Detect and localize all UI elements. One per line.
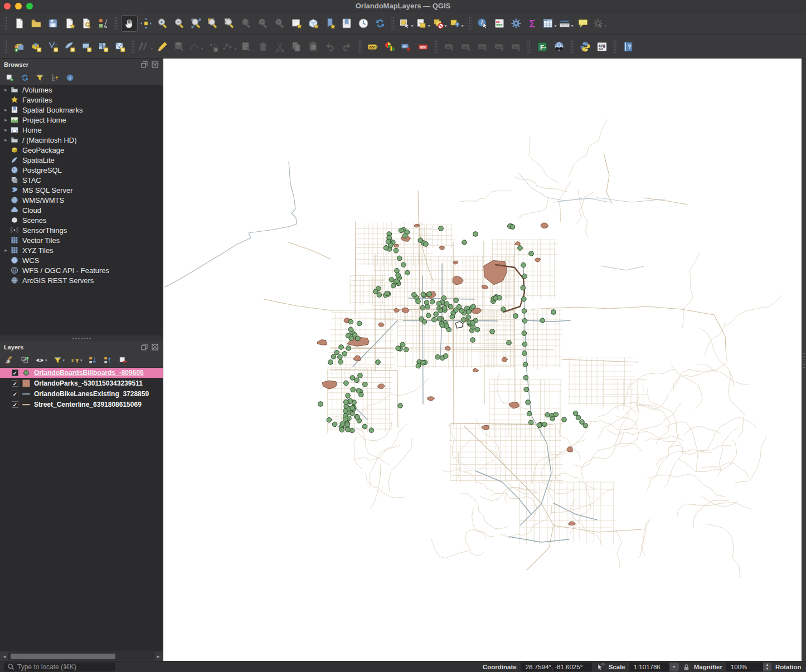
zoom-last-button[interactable] [255, 15, 271, 32]
copy-features-button[interactable] [288, 38, 305, 55]
new-3d-map-view-button[interactable] [305, 15, 322, 32]
remove-layer-button[interactable] [118, 356, 128, 365]
manage-map-themes-button[interactable]: ▾ [35, 356, 47, 365]
close-window-button[interactable] [4, 3, 11, 9]
scale-dropdown-icon[interactable]: ▾ [669, 663, 679, 671]
change-label-properties-button[interactable]: abc [508, 38, 525, 55]
dropdown-caret-icon[interactable]: ▾ [201, 46, 203, 51]
expand-arrow-icon[interactable]: ▸ [2, 127, 10, 133]
open-attribute-table-button[interactable]: ▾ [541, 15, 558, 32]
layer-labeling-options-button[interactable]: abc [365, 38, 381, 55]
new-virtual-layer-button[interactable] [95, 38, 111, 55]
filter-browser-button[interactable] [35, 73, 45, 82]
browser-close-button[interactable] [150, 61, 159, 69]
measure-line-button[interactable]: ▾ [558, 15, 575, 32]
dropdown-caret-icon[interactable]: ▾ [554, 23, 556, 28]
python-console-button[interactable] [577, 38, 594, 55]
cut-features-button[interactable] [271, 38, 288, 55]
minimize-window-button[interactable] [15, 3, 22, 9]
toolbar-grip[interactable] [434, 40, 438, 54]
open-project-button[interactable] [28, 15, 45, 32]
right-dock-grip[interactable] [803, 352, 805, 368]
undo-button[interactable] [322, 38, 338, 55]
toggle-editing-button[interactable] [154, 38, 171, 55]
new-shapefile-layer-button[interactable] [45, 38, 61, 55]
new-map-view-button[interactable] [288, 15, 305, 32]
show-hide-labels-button[interactable]: abc [458, 38, 474, 55]
new-mesh-layer-button[interactable] [111, 38, 128, 55]
run-feature-action-button[interactable]: ▾ [591, 15, 608, 32]
browser-item-macintosh-hd[interactable]: ▸/ (Macintosh HD) [0, 135, 163, 145]
layer-visibility-checkbox[interactable]: ✓ [12, 369, 18, 376]
browser-item-scenes[interactable]: Scenes [0, 215, 163, 225]
processing-toolbox-button[interactable] [508, 15, 525, 32]
coordinate-value[interactable]: 28.7594°, -81.6025° [521, 663, 592, 671]
zoom-native-button[interactable]: 1:1 [238, 15, 255, 32]
layer-row-3[interactable]: ✓Street_Centerline_6391808615069 [0, 400, 163, 410]
move-label-button[interactable]: abc [474, 38, 491, 55]
zoom-in-button[interactable] [154, 15, 171, 32]
show-spatial-bookmarks-button[interactable] [338, 15, 355, 32]
mouse-tracking-icon[interactable] [596, 663, 605, 671]
browser-properties-button[interactable]: i [65, 73, 75, 82]
modify-attributes-button[interactable] [238, 38, 255, 55]
layer-diagram-options-button[interactable] [381, 38, 398, 55]
browser-item-wms-wmts[interactable]: WMS/WMTS [0, 195, 163, 205]
new-temporary-scratch-layer-button[interactable] [78, 38, 95, 55]
browser-item-sensorthings[interactable]: SensorThings [0, 225, 163, 235]
browser-item-project-home[interactable]: ▸Project Home [0, 115, 163, 125]
osm-place-search-button[interactable] [551, 38, 567, 55]
help-contents-button[interactable]: ? [620, 38, 637, 55]
temporal-controller-button[interactable] [355, 15, 372, 32]
browser-item-spatialite[interactable]: SpatiaLite [0, 155, 163, 165]
maximize-window-button[interactable] [26, 3, 33, 9]
open-field-calculator-button[interactable] [491, 15, 508, 32]
pin-labels-button[interactable]: ab [398, 38, 415, 55]
pin-unpin-labels-button[interactable]: abc [441, 38, 458, 55]
browser-item-spatial-bookmarks[interactable]: ▸Spatial Bookmarks [0, 105, 163, 115]
new-spatial-bookmark-button[interactable] [322, 15, 338, 32]
deselect-features-from-layer-button[interactable]: ▾ [448, 15, 465, 32]
toolbar-grip[interactable] [570, 40, 574, 54]
collapse-all-button[interactable] [50, 73, 60, 82]
paste-features-button[interactable] [305, 38, 322, 55]
map-tips-button[interactable] [575, 15, 591, 32]
layer-visibility-checkbox[interactable]: ✓ [12, 391, 18, 397]
zoom-full-extent-button[interactable] [188, 15, 205, 32]
toolbar-grip[interactable] [131, 40, 135, 54]
scale-combo[interactable]: 1:101786 ▾ [629, 663, 679, 671]
refresh-browser-button[interactable] [20, 73, 30, 82]
dropdown-caret-icon[interactable]: ▾ [444, 23, 446, 28]
map-canvas[interactable] [163, 59, 802, 661]
current-edits-button[interactable]: ▾ [138, 38, 154, 55]
select-features-by-value-button[interactable]: ▾ [415, 15, 431, 32]
identify-features-button[interactable]: i [474, 15, 491, 32]
dropdown-caret-icon[interactable]: ▾ [234, 46, 236, 51]
zoom-to-selection-button[interactable] [205, 15, 221, 32]
zoom-to-layer-button[interactable] [221, 15, 238, 32]
refresh-map-button[interactable] [372, 15, 389, 32]
filter-legend-button[interactable]: ▾ [53, 356, 65, 365]
expand-arrow-icon[interactable]: ▸ [2, 107, 10, 113]
dropdown-caret-icon[interactable]: ▾ [150, 46, 153, 51]
zoom-next-button[interactable] [271, 15, 288, 32]
digitize-with-segment-button[interactable]: ▾ [188, 38, 205, 55]
vertex-tool-button[interactable]: ▾ [221, 38, 238, 55]
layer-visibility-checkbox[interactable]: ✓ [12, 401, 18, 408]
browser-item-vector-tiles[interactable]: Vector Tiles [0, 235, 163, 245]
browser-item-wcs[interactable]: WCS [0, 255, 163, 265]
toolbar-grip[interactable] [114, 16, 118, 31]
new-spatialite-layer-button[interactable] [61, 38, 78, 55]
highlight-pinned-labels-button[interactable]: abc [415, 38, 431, 55]
new-project-button[interactable] [11, 15, 28, 32]
browser-item-arcgis-rest-servers[interactable]: ArcGIS REST Servers [0, 275, 163, 285]
toolbar-grip[interactable] [527, 40, 531, 54]
dropdown-caret-icon[interactable]: ▾ [571, 23, 573, 28]
toolbar-grip[interactable] [4, 40, 8, 54]
expand-arrow-icon[interactable]: ▸ [2, 87, 10, 92]
browser-item-ms-sql-server[interactable]: MS SQL Server [0, 185, 163, 195]
browser-item-cloud[interactable]: Cloud [0, 205, 163, 215]
expand-all-button[interactable] [88, 356, 98, 365]
new-print-layout-button[interactable] [61, 15, 78, 32]
dropdown-caret-icon[interactable]: ▾ [604, 23, 606, 28]
